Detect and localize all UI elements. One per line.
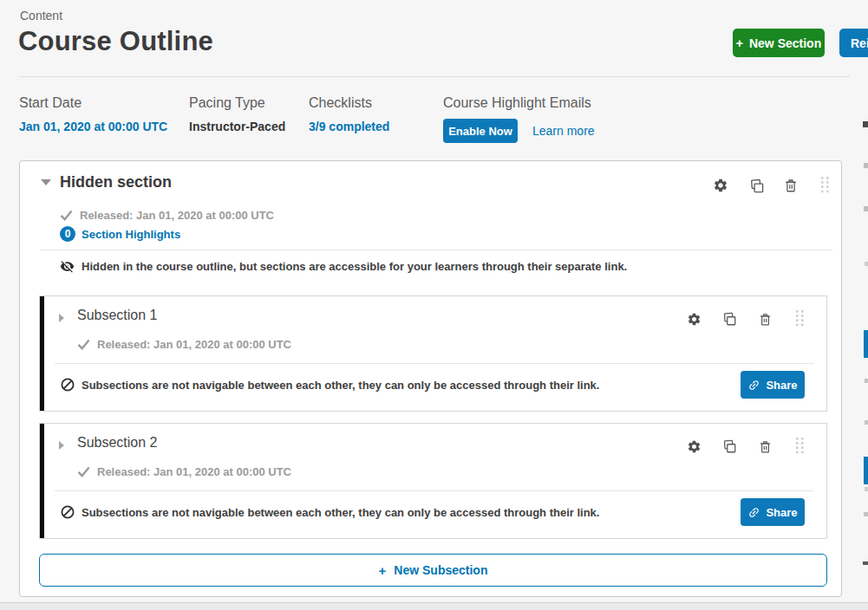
- subsection-2-release-status: Released: Jan 01, 2020 at 00:00 UTC: [77, 465, 291, 478]
- course-outline-page: Content Course Outline + New Section Rei…: [0, 0, 868, 610]
- section-release-status: Released: Jan 01, 2020 at 00:00 UTC: [60, 209, 274, 222]
- duplicate-icon: [721, 311, 737, 327]
- pacing-type-label: Pacing Type: [189, 95, 285, 111]
- subsection-1-notice-text: Subsections are not navigable between ea…: [82, 379, 599, 392]
- checklists-label: Checklists: [309, 95, 389, 111]
- section-released-text: Released: Jan 01, 2020 at 00:00 UTC: [80, 209, 274, 222]
- subsection-2-configure-button[interactable]: [683, 436, 704, 457]
- subsection-1-configure-button[interactable]: [683, 308, 704, 329]
- trash-icon: [758, 439, 773, 454]
- hidden-indicator-bar: [40, 424, 44, 538]
- new-section-button[interactable]: + New Section: [733, 29, 825, 57]
- clipped-content-fragment: [863, 121, 868, 127]
- no-entry-icon: [61, 378, 75, 392]
- subsection-2-delete-button[interactable]: [754, 436, 775, 457]
- clipped-content-fragment: [865, 379, 868, 383]
- gear-icon: [687, 312, 702, 327]
- stat-start-date: Start Date Jan 01, 2020 at 00:00 UTC: [19, 95, 167, 133]
- subsection-1-title: Subsection 1: [77, 308, 158, 323]
- clipped-content-fragment: [865, 487, 868, 491]
- hidden-indicator-bar: [40, 296, 44, 411]
- enable-now-button[interactable]: Enable Now: [443, 119, 518, 143]
- check-icon: [60, 210, 73, 221]
- subsection-1-released-text: Released: Jan 01, 2020 at 00:00 UTC: [97, 338, 291, 351]
- pacing-type-value: Instructor-Paced: [189, 120, 285, 133]
- drag-handle-icon: [820, 176, 830, 193]
- header-divider: [19, 76, 850, 77]
- drag-handle-icon: [795, 309, 805, 327]
- start-date-link[interactable]: Jan 01, 2020 at 00:00 UTC: [19, 120, 167, 133]
- clipped-content-fragment: [864, 330, 868, 358]
- subsection-2-drag-handle[interactable]: [789, 435, 810, 456]
- subsection-2-notice-text: Subsections are not navigable between ea…: [82, 506, 599, 519]
- trash-icon: [783, 178, 799, 193]
- caret-right-icon: [59, 314, 64, 322]
- section-highlights: 0 Section Highlights: [60, 226, 180, 242]
- gear-icon: [713, 178, 728, 193]
- subsection-2-title: Subsection 2: [77, 435, 158, 451]
- new-section-label: New Section: [749, 36, 821, 50]
- reindex-button[interactable]: Reindex: [839, 29, 868, 57]
- subsection-1-notice: Subsections are not navigable between ea…: [61, 378, 599, 392]
- chain-link-icon: [745, 375, 763, 393]
- subsection-1-delete-button[interactable]: [754, 308, 775, 329]
- new-subsection-label: New Subsection: [394, 563, 487, 577]
- stat-highlight-emails: Course Highlight Emails Enable Now Learn…: [443, 95, 595, 143]
- subsection-2-notice: Subsections are not navigable between ea…: [61, 505, 599, 519]
- section-hidden-notice: Hidden in the course outline, but sectio…: [60, 259, 627, 274]
- stat-pacing-type: Pacing Type Instructor-Paced: [189, 95, 285, 133]
- subsection-1-share-button[interactable]: Share: [741, 371, 805, 399]
- subsection-2-share-button[interactable]: Share: [741, 498, 805, 526]
- subsection-1-divider: [55, 363, 814, 364]
- subsection-1-expand-toggle[interactable]: [55, 310, 68, 326]
- section-delete-button[interactable]: [780, 175, 801, 196]
- stat-checklists: Checklists 3/9 completed: [309, 95, 389, 133]
- page-title: Course Outline: [18, 26, 213, 57]
- duplicate-icon: [721, 438, 737, 454]
- clipped-content-fragment: [864, 206, 868, 211]
- subsection-card-2: Subsection 2: [39, 423, 827, 539]
- subsection-2-divider: [55, 490, 814, 491]
- eye-slash-icon: [60, 259, 75, 274]
- chain-link-icon: [745, 503, 763, 521]
- subsection-1-drag-handle[interactable]: [789, 308, 810, 328]
- section-hidden-notice-text: Hidden in the course outline, but sectio…: [82, 260, 627, 273]
- new-subsection-button[interactable]: + New Subsection: [39, 554, 827, 587]
- clipped-content-fragment: [864, 512, 868, 516]
- subsection-2-released-text: Released: Jan 01, 2020 at 00:00 UTC: [97, 465, 291, 478]
- subsection-2-expand-toggle[interactable]: [55, 438, 68, 453]
- duplicate-icon: [748, 178, 765, 194]
- checklists-link[interactable]: 3/9 completed: [309, 120, 389, 133]
- clipped-content-fragment: [864, 457, 868, 484]
- clipped-content-fragment: [865, 420, 868, 425]
- subsection-card-1: Subsection 1: [39, 295, 827, 412]
- section-highlights-link[interactable]: Section Highlights: [82, 228, 180, 241]
- drag-handle-icon: [795, 437, 805, 454]
- plus-icon: +: [736, 36, 743, 50]
- section-divider: [40, 250, 832, 250]
- clipped-content-fragment: [863, 561, 868, 565]
- check-icon: [77, 466, 90, 477]
- subsection-1-duplicate-button[interactable]: [719, 308, 740, 329]
- no-entry-icon: [61, 505, 75, 519]
- learn-more-link[interactable]: Learn more: [532, 124, 595, 138]
- check-icon: [77, 339, 90, 350]
- subsection-2-duplicate-button[interactable]: [719, 436, 740, 457]
- clipped-content-fragment: [865, 262, 868, 266]
- footer-strip: [0, 602, 868, 610]
- caret-right-icon: [59, 441, 64, 450]
- gear-icon: [687, 439, 702, 454]
- caret-down-icon: [41, 179, 51, 185]
- section-drag-handle[interactable]: [814, 174, 835, 195]
- trash-icon: [758, 312, 773, 327]
- start-date-label: Start Date: [19, 95, 167, 111]
- section-title: Hidden section: [60, 173, 172, 191]
- reindex-label: Reindex: [851, 36, 868, 50]
- section-duplicate-button[interactable]: [746, 175, 767, 196]
- share-label: Share: [766, 506, 797, 519]
- breadcrumb: Content: [20, 9, 62, 23]
- section-configure-button[interactable]: [710, 175, 731, 196]
- share-label: Share: [766, 379, 797, 392]
- section-collapse-toggle[interactable]: [37, 176, 55, 189]
- subsection-1-release-status: Released: Jan 01, 2020 at 00:00 UTC: [77, 338, 291, 351]
